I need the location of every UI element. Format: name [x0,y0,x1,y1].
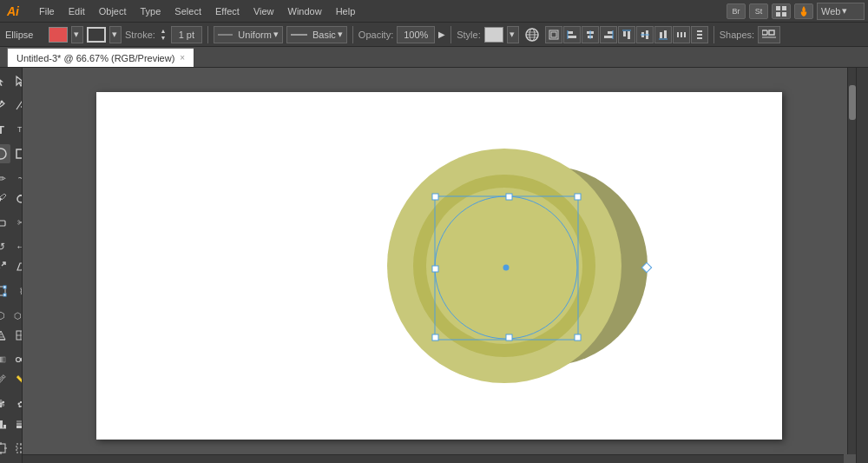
stroke-down[interactable]: ▼ [159,35,168,42]
stock-icon[interactable]: St [749,3,768,19]
canvas-area[interactable] [23,68,856,463]
menu-window[interactable]: Window [282,4,328,18]
perspective-grid-tool[interactable] [0,326,10,345]
menu-file[interactable]: File [33,4,61,18]
pencil-tools: ✏ ~ [0,169,23,188]
eyedropper-tool[interactable]: 🖉 [0,370,10,389]
scale-tool[interactable] [0,257,10,276]
fill-swatch[interactable] [49,27,68,43]
live-paint-tool[interactable]: ⬡ [0,306,10,325]
shear-tool[interactable] [11,257,23,276]
opacity-value[interactable]: 100% [397,26,435,43]
transform-tools: ↺ ↔ [0,237,23,256]
free-transform-tool[interactable] [0,281,10,301]
mesh-tool[interactable] [11,326,23,345]
rotate-tool[interactable]: ↺ [0,237,10,256]
workspace-dropdown[interactable]: Web ▾ [817,3,865,20]
area-type-tool[interactable]: T/ [11,120,23,139]
stroke-weight-value[interactable]: 1 pt [171,26,202,43]
transform-icon[interactable] [545,26,562,43]
pen-tool[interactable] [0,96,10,115]
menu-select[interactable]: Select [168,4,207,18]
svg-rect-1 [782,6,786,10]
menu-view[interactable]: View [247,4,280,18]
eraser-tools: ✂ [0,213,23,232]
live-paint-selection-tool[interactable]: ⬡↗ [11,306,23,325]
align-bottom-icon[interactable] [654,26,672,43]
menu-type[interactable]: Type [135,4,168,18]
slice-tool[interactable] [11,439,23,458]
align-middle-icon[interactable] [636,26,654,43]
symbol-sprayer-tool[interactable]: ✾ [0,394,10,413]
styles-label: Style: [457,30,481,40]
smooth-tool[interactable]: ~ [11,169,23,188]
stroke-swatch[interactable] [87,27,106,43]
align-center-icon[interactable] [582,26,599,43]
selection-tool[interactable] [0,71,10,90]
style-swatch[interactable] [484,27,503,43]
artboard [96,92,782,440]
svg-point-43 [0,149,6,159]
svg-rect-65 [3,425,6,428]
bridge-icon[interactable]: Br [727,3,746,19]
gradient-tool[interactable] [0,350,10,369]
symbol-shifter-tool[interactable]: ✿ [11,394,23,413]
direct-selection-tool[interactable] [11,71,23,90]
align-top-icon[interactable] [618,26,635,43]
column-graph-tool[interactable] [0,414,10,433]
h-scrollbar[interactable] [23,454,844,463]
shape-options-icon[interactable] [758,26,780,43]
svg-rect-20 [604,36,613,38]
distribute-h-icon[interactable] [673,26,690,43]
stroke-style-dropdown[interactable]: Uniform ▾ [214,26,283,43]
svg-rect-32 [681,32,682,37]
puppet-warp-tool[interactable]: ⌇ [11,281,23,301]
measure-tool[interactable]: 📏 [11,370,23,389]
globe-icon[interactable] [523,26,542,43]
align-left-icon[interactable] [563,26,581,43]
menu-object[interactable]: Object [93,4,133,18]
styles-dropdown[interactable]: ▾ [507,26,519,43]
blend-tool[interactable] [11,350,23,369]
sep2 [352,26,353,43]
artboard-tool[interactable] [0,439,10,458]
svg-rect-87 [506,194,512,200]
v-scrollbar-thumb[interactable] [849,85,856,120]
scissors-tool[interactable]: ✂ [11,213,23,232]
svg-rect-22 [623,31,626,36]
v-scrollbar[interactable] [847,68,856,454]
shapes-label: Shapes: [720,30,754,40]
blob-brush-tool[interactable] [11,189,23,208]
svg-rect-19 [608,31,613,34]
fill-dropdown[interactable]: ▾ [71,26,83,43]
eyedropper-tools: 🖉 📏 [0,370,23,389]
sep3 [450,26,451,43]
paintbrush-tool[interactable]: 🖌 [0,189,10,208]
svg-rect-86 [432,194,438,200]
tab-close-btn[interactable]: × [180,53,185,63]
document-tab[interactable]: Untitled-3* @ 66.67% (RGB/Preview) × [7,48,194,67]
rectangle-tool[interactable] [11,144,23,163]
brush-tools: 🖌 [0,189,23,208]
menu-edit[interactable]: Edit [62,4,91,18]
eraser-tool[interactable] [0,213,10,232]
sep4 [713,26,714,43]
top-right-icons: Br St Web ▾ [727,3,865,20]
reflect-tool[interactable]: ↔ [11,237,23,256]
grid-icon[interactable] [772,3,791,19]
type-tool[interactable]: T [0,120,10,139]
align-right-icon[interactable] [600,26,617,43]
profile-dropdown[interactable]: Basic ▾ [286,26,347,43]
stroke-up[interactable]: ▲ [159,28,168,35]
flame-icon[interactable] [794,3,813,19]
svg-rect-2 [776,12,780,17]
ellipse-tool[interactable] [0,144,10,163]
opacity-expand[interactable]: ▶ [438,30,445,39]
pencil-tool[interactable]: ✏ [0,169,10,188]
stacked-bar-tool[interactable] [11,414,23,433]
menu-effect[interactable]: Effect [209,4,246,18]
menu-help[interactable]: Help [330,4,362,18]
stroke-dropdown[interactable]: ▾ [109,26,122,43]
add-anchor-tool[interactable] [11,96,23,115]
distribute-v-icon[interactable] [691,26,708,43]
